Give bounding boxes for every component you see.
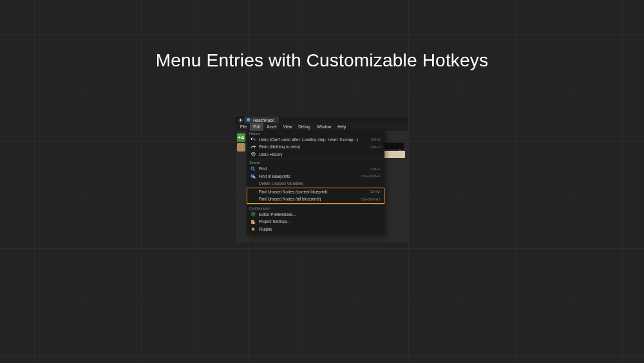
menu-item-label: Editor Preferences... (259, 212, 381, 217)
document-tab-title: HealthPack (253, 118, 274, 123)
menu-item-label: Find (259, 166, 368, 171)
menu-item-find-unused-all[interactable]: Find Unused Nodes (all blueprints) Ctrl+… (247, 195, 384, 203)
svg-line-5 (254, 169, 256, 171)
menu-item-label: Find in Blueprints (259, 174, 358, 179)
svg-point-9 (252, 213, 254, 215)
plugins-icon (251, 226, 256, 231)
menu-item-label: Find Unused Nodes (current blueprint) (259, 190, 366, 194)
menu-section-search: Search (247, 160, 384, 165)
menubar-item-help[interactable]: Help (334, 123, 349, 131)
menu-item-editor-preferences[interactable]: Editor Preferences... (247, 211, 384, 219)
find-icon (251, 166, 256, 172)
project-settings-icon (251, 219, 256, 224)
menu-item-label: Undo History (259, 152, 381, 157)
blueprint-icon (247, 118, 251, 122)
menubar-item-debug[interactable]: Debug (295, 123, 314, 131)
toolbar-asset-slot[interactable] (237, 143, 245, 152)
editor-window: HealthPack File Edit Asset View Debug Wi… (236, 117, 408, 242)
svg-line-15 (254, 215, 255, 216)
document-tab[interactable]: HealthPack (244, 117, 279, 123)
menu-item-find[interactable]: Find Ctrl+F (247, 165, 384, 173)
window-tab-bar: HealthPack (236, 117, 408, 123)
preferences-icon (251, 211, 256, 217)
menu-item-undo-history[interactable]: Undo History (247, 151, 384, 159)
menu-item-hotkey: Ctrl+Z (371, 137, 381, 141)
menu-section-configuration: Configuration (247, 206, 384, 211)
menu-section-history: History (247, 131, 384, 136)
edit-menu-dropdown: History Undo (Can't undo after: Loading … (247, 131, 384, 235)
page-title: Menu Entries with Customizable Hotkeys (0, 50, 644, 71)
undo-icon (251, 137, 256, 142)
highlighted-menu-items: Find Unused Nodes (current blueprint) Ct… (247, 188, 384, 204)
menu-separator (247, 204, 384, 205)
menu-item-label: Delete Unused Variables (259, 181, 381, 186)
menu-item-undo[interactable]: Undo (Can't undo after: Loading map: Lev… (247, 136, 384, 144)
svg-line-17 (254, 213, 255, 213)
menu-item-hotkey: Ctrl+Y (370, 145, 381, 149)
history-icon (251, 152, 256, 157)
svg-point-4 (251, 167, 254, 170)
menu-item-delete-unused-variables[interactable]: Delete Unused Variables (247, 180, 384, 188)
menu-item-project-settings[interactable]: Project Settings... (247, 218, 384, 226)
menubar-item-window[interactable]: Window (314, 123, 334, 131)
find-blueprints-icon (251, 173, 256, 179)
menu-item-find-in-blueprints[interactable]: Find in Blueprints Ctrl+Shift+F (247, 173, 384, 181)
svg-line-8 (255, 178, 256, 179)
menu-item-hotkey: Ctrl+Shift+U (361, 197, 380, 201)
svg-line-14 (252, 213, 252, 213)
menubar-item-file[interactable]: File (237, 123, 250, 131)
menu-item-plugins[interactable]: Plugins (247, 226, 384, 233)
menu-item-hotkey: Ctrl+F (371, 167, 381, 171)
menu-item-hotkey: Ctrl+Shift+F (361, 174, 381, 178)
menu-item-label: Find Unused Nodes (all blueprints) (259, 197, 357, 201)
menu-item-label: Plugins (259, 227, 381, 231)
menubar-item-asset[interactable]: Asset (263, 123, 280, 131)
menu-item-label: Undo (Can't undo after: Loading map: Lev… (259, 137, 368, 142)
menu-item-find-unused-current[interactable]: Find Unused Nodes (current blueprint) Ct… (247, 188, 384, 196)
engine-logo (236, 117, 244, 123)
menubar: File Edit Asset View Debug Window Help (236, 123, 408, 131)
svg-line-16 (252, 215, 252, 216)
add-button[interactable]: +A (237, 133, 245, 142)
menu-item-hotkey: Ctrl+U (370, 190, 380, 193)
menu-separator (247, 159, 384, 159)
menu-item-label: Redo (Nothing to redo) (259, 144, 367, 149)
redo-icon (251, 144, 256, 150)
menu-item-redo[interactable]: Redo (Nothing to redo) Ctrl+Y (247, 143, 384, 151)
menubar-item-edit[interactable]: Edit (250, 123, 263, 131)
search-icon (399, 144, 402, 148)
menubar-item-view[interactable]: View (280, 123, 296, 131)
menu-item-label: Project Settings... (259, 219, 381, 224)
